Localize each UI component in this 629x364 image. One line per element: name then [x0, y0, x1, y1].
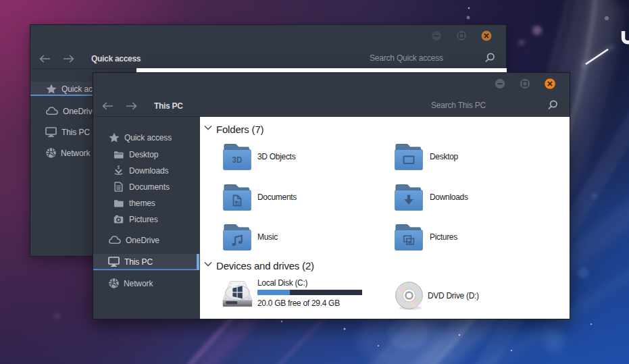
svg-text:3D: 3D: [232, 155, 243, 165]
